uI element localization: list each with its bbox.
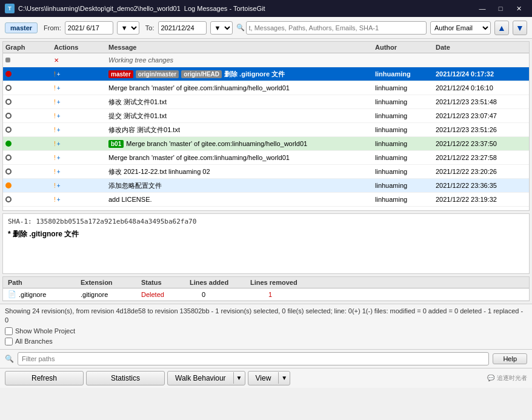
toolbar: master From: ▼ To: ▼ 🔍 Author Email ▲ ▼ xyxy=(0,17,532,39)
msg-cell: 修改 2021-12-22.txt linhuaming 01 xyxy=(108,209,375,211)
action-icon-plus: + xyxy=(57,141,61,147)
author-cell: linhuaming xyxy=(375,196,436,203)
to-date-input[interactable] xyxy=(158,21,207,35)
tag-origin-master: origin/master xyxy=(136,70,179,78)
msg-text: 删除 .gitignore 文件 xyxy=(224,70,285,79)
table-row[interactable]: ! + master origin/master origin/HEAD 删除 … xyxy=(3,67,529,81)
action-icon-plus: + xyxy=(57,168,61,175)
table-row[interactable]: ! + Merge branch 'master' of gitee.com:l… xyxy=(3,81,529,95)
show-whole-project-label[interactable]: Show Whole Project xyxy=(5,327,75,336)
walk-behaviour-group: Walk Behaviour ▼ xyxy=(167,371,245,385)
navigate-down-button[interactable]: ▼ xyxy=(513,21,527,35)
from-date-input[interactable] xyxy=(65,21,113,35)
files-header-lines-added: Lines added xyxy=(190,279,250,286)
sha-area: SHA-1: 135802bb0515a172a921eb648a4a3495b… xyxy=(2,213,530,274)
action-icon-x: ✕ xyxy=(54,57,59,64)
maximize-button[interactable]: □ xyxy=(492,3,509,14)
table-row[interactable]: ✕ Working tree changes xyxy=(3,53,529,67)
walk-behaviour-button[interactable]: Walk Behaviour xyxy=(168,372,233,385)
table-row[interactable]: ! + add LICENSE. linhuaming 2021/12/22 2… xyxy=(3,193,529,207)
filter-search-icon: 🔍 xyxy=(5,355,14,363)
graph-cell xyxy=(5,68,54,79)
all-branches-checkbox[interactable] xyxy=(5,338,13,345)
table-row[interactable]: ! + 修改 2021-12-22.txt linhuaming 02 linh… xyxy=(3,165,529,179)
header-message: Message xyxy=(108,44,375,51)
show-whole-project-checkbox[interactable] xyxy=(5,327,13,335)
action-icons: ! + xyxy=(54,182,108,189)
action-icon: ! xyxy=(54,210,56,211)
minimize-button[interactable]: — xyxy=(474,3,491,14)
msg-cell: master origin/master origin/HEAD 删除 .git… xyxy=(108,70,375,79)
file-status: Deleted xyxy=(141,291,190,298)
author-cell: linhuaming xyxy=(375,140,436,147)
table-row[interactable]: ! + b01 Merge branch 'master' of gitee.c… xyxy=(3,137,529,151)
files-header-status: Status xyxy=(141,279,190,286)
from-label: From: xyxy=(44,24,61,32)
navigate-up-button[interactable]: ▲ xyxy=(494,21,509,35)
filter-type-dropdown[interactable]: Author Email xyxy=(430,21,491,35)
action-icon-plus: + xyxy=(57,196,61,203)
header-author: Author xyxy=(375,44,436,51)
view-arrow-button[interactable]: ▼ xyxy=(278,372,290,384)
date-cell: 2021/12/22 23:27:58 xyxy=(436,154,527,161)
date-cell: 2021/12/22 23:36:35 xyxy=(436,182,527,189)
file-lines-added: 0 xyxy=(190,291,250,298)
graph-cell xyxy=(5,180,54,191)
msg-cell: add LICENSE. xyxy=(108,196,375,203)
file-row[interactable]: 📄 .gitignore .gitignore Deleted 0 1 xyxy=(3,288,529,301)
author-cell: linhuaming xyxy=(375,84,436,92)
close-button[interactable]: ✕ xyxy=(510,3,527,14)
title-bar: T C:\Users\linhuaming\Desktop\git_demo2\… xyxy=(0,0,532,17)
date-cell: 2021/12/24 0:17:32 xyxy=(436,70,527,78)
action-icons: ! + xyxy=(54,210,108,211)
action-icon-plus: + xyxy=(57,113,61,119)
table-row[interactable]: ! + 添加忽略配置文件 linhuaming 2021/12/22 23:36… xyxy=(3,179,529,193)
msg-text: Merge branch 'master' of gitee.com:linhu… xyxy=(126,140,307,147)
to-date-dropdown[interactable]: ▼ xyxy=(210,21,233,35)
table-row[interactable]: ! + Merge branch 'master' of gitee.com:l… xyxy=(3,151,529,165)
msg-text: 修改 测试文件01.txt xyxy=(108,98,167,107)
branch-label[interactable]: master xyxy=(5,22,38,33)
action-icons: ! + xyxy=(54,127,108,133)
author-cell: linhuaming xyxy=(375,154,436,161)
action-icon-plus: + xyxy=(57,155,61,161)
statistics-button[interactable]: Statistics xyxy=(86,371,165,385)
table-row[interactable]: ! + 提交 测试文件01.txt linhuaming 2021/12/23 … xyxy=(3,109,529,123)
file-icon: 📄 xyxy=(8,290,16,298)
from-date-dropdown[interactable]: ▼ xyxy=(117,21,139,35)
log-header: Graph Actions Message Author Date xyxy=(3,42,529,53)
action-icon-plus: + xyxy=(57,182,61,189)
app-icon: T xyxy=(5,4,15,13)
action-icons: ! + xyxy=(54,168,108,175)
date-cell: 2021/12/24 0:16:10 xyxy=(436,84,527,92)
sha-label: SHA-1: xyxy=(8,218,32,225)
msg-cell: 修改 2021-12-22.txt linhuaming 02 xyxy=(108,167,375,176)
search-input[interactable] xyxy=(246,21,427,35)
watermark-text: 追逐时光者 xyxy=(497,374,527,382)
walk-behaviour-arrow-button[interactable]: ▼ xyxy=(233,372,245,384)
filter-paths-input[interactable] xyxy=(18,352,489,365)
show-whole-project-text: Show Whole Project xyxy=(15,327,75,336)
action-icons: ! + xyxy=(54,113,108,119)
action-icons: ! + xyxy=(54,99,108,105)
table-row[interactable]: ! + 修改 2021-12-22.txt linhuaming 01 linh… xyxy=(3,207,529,210)
table-row[interactable]: ! + 修改 测试文件01.txt linhuaming 2021/12/23 … xyxy=(3,95,529,109)
msg-text: 修改 2021-12-22.txt linhuaming 01 xyxy=(108,209,210,211)
tag-origin-head: origin/HEAD xyxy=(181,70,222,78)
author-cell: linhuaming xyxy=(375,182,436,189)
action-icon: ! xyxy=(54,127,56,133)
graph-cell xyxy=(5,55,54,65)
refresh-button[interactable]: Refresh xyxy=(5,371,84,385)
filter-bar: 🔍 Help xyxy=(0,349,532,368)
file-path: .gitignore xyxy=(19,291,46,298)
help-button[interactable]: Help xyxy=(493,353,527,364)
author-cell: linhuaming xyxy=(375,168,436,175)
table-row[interactable]: ! + 修改内容 测试文件01.txt linhuaming 2021/12/2… xyxy=(3,123,529,137)
view-button[interactable]: View xyxy=(248,372,279,385)
msg-text: Working tree changes xyxy=(108,56,173,64)
msg-cell: Merge branch 'master' of gitee.com:linhu… xyxy=(108,84,375,92)
all-branches-label[interactable]: All Branches xyxy=(5,337,527,346)
msg-cell: b01 Merge branch 'master' of gitee.com:l… xyxy=(108,140,375,148)
action-icon-plus: + xyxy=(57,210,61,211)
msg-cell: Working tree changes xyxy=(108,56,375,64)
